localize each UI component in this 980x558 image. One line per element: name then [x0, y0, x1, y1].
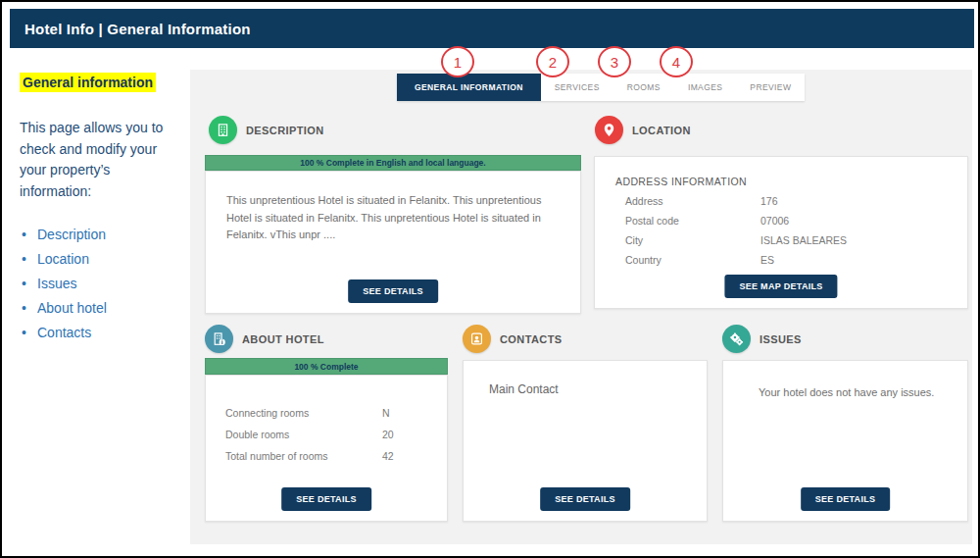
- callout-circle-3: 3: [598, 46, 631, 77]
- sidebar-intro-text: This page allows you to check and modify…: [20, 118, 182, 203]
- no-issues-text: Your hotel does not have any issues.: [759, 384, 934, 402]
- page-title: Hotel Info | General Information: [10, 21, 251, 37]
- hotel-info-icon: [205, 325, 233, 353]
- issues-card: Your hotel does not have any issues. SEE…: [722, 360, 968, 522]
- list-item: Contacts: [20, 325, 182, 340]
- sidebar-bullet-list: Description Location Issues About hotel …: [20, 227, 182, 340]
- address-row: Address 176: [615, 195, 949, 207]
- location-card-title: LOCATION: [632, 125, 691, 136]
- gears-icon: [722, 325, 751, 353]
- about-hotel-card-title: ABOUT HOTEL: [242, 333, 324, 345]
- contacts-card: Main Contact SEE DETAILS: [463, 360, 708, 522]
- contacts-card-title: CONTACTS: [500, 333, 563, 345]
- description-complete-banner: 100 % Complete in English and local lang…: [205, 155, 581, 171]
- country-row: Country ES: [615, 254, 949, 266]
- tab-services[interactable]: SERVICES: [541, 74, 613, 101]
- see-map-details-button[interactable]: SEE MAP DETAILS: [724, 275, 837, 298]
- callout-circle-2: 2: [536, 46, 569, 77]
- city-row: City ISLAS BALEARES: [615, 234, 949, 246]
- connecting-rooms-row: Connecting rooms N: [225, 407, 431, 419]
- tab-images[interactable]: IMAGES: [674, 74, 736, 101]
- main-contact-text: Main Contact: [489, 380, 559, 399]
- hotel-info-page: { "header": { "title": "Hotel Info | Gen…: [0, 0, 980, 558]
- sidebar-heading: General information: [20, 73, 156, 92]
- about-hotel-card: Connecting rooms N Double rooms 20 Total…: [205, 375, 448, 522]
- tab-rooms[interactable]: ROOMS: [613, 74, 674, 101]
- list-item: About hotel: [20, 300, 182, 316]
- instructions-sidebar: General information This page allows you…: [20, 73, 182, 349]
- contact-card-icon: [463, 325, 491, 353]
- list-item: Description: [20, 227, 182, 242]
- address-information-heading: ADDRESS INFORMATION: [615, 176, 949, 187]
- callout-circle-4: 4: [660, 46, 693, 77]
- description-card-header: DESCRIPTION: [209, 116, 324, 144]
- location-card-header: LOCATION: [595, 116, 691, 144]
- contacts-card-header: CONTACTS: [463, 325, 563, 353]
- issues-card-header: ISSUES: [722, 325, 802, 353]
- map-pin-icon: [595, 116, 623, 144]
- description-card: This unpretentious Hotel is situated in …: [205, 171, 581, 314]
- description-card-title: DESCRIPTION: [246, 125, 324, 136]
- building-icon: [209, 116, 237, 144]
- description-see-details-button[interactable]: SEE DETAILS: [348, 279, 438, 303]
- postal-code-row: Postal code 07006: [615, 215, 949, 227]
- callout-circle-1: 1: [441, 46, 474, 77]
- tab-general-information[interactable]: GENERAL INFORMATION: [397, 74, 541, 101]
- total-rooms-row: Total number of rooms 42: [225, 450, 431, 462]
- page-header: Hotel Info | General Information: [10, 9, 974, 48]
- list-item: Location: [20, 251, 182, 267]
- description-text: This unpretentious Hotel is situated in …: [226, 192, 564, 244]
- issues-see-details-button[interactable]: SEE DETAILS: [801, 487, 891, 511]
- contacts-see-details-button[interactable]: SEE DETAILS: [540, 487, 630, 511]
- list-item: Issues: [20, 276, 182, 291]
- issues-card-title: ISSUES: [760, 333, 802, 345]
- location-card: ADDRESS INFORMATION Address 176 Postal c…: [594, 156, 968, 309]
- tab-preview[interactable]: PREVIEW: [736, 74, 805, 101]
- about-hotel-complete-banner: 100 % Complete: [205, 358, 448, 375]
- about-hotel-card-header: ABOUT HOTEL: [205, 325, 324, 353]
- double-rooms-row: Double rooms 20: [225, 429, 431, 440]
- tab-bar: GENERAL INFORMATION SERVICES ROOMS IMAGE…: [397, 74, 805, 101]
- about-hotel-see-details-button[interactable]: SEE DETAILS: [281, 487, 371, 511]
